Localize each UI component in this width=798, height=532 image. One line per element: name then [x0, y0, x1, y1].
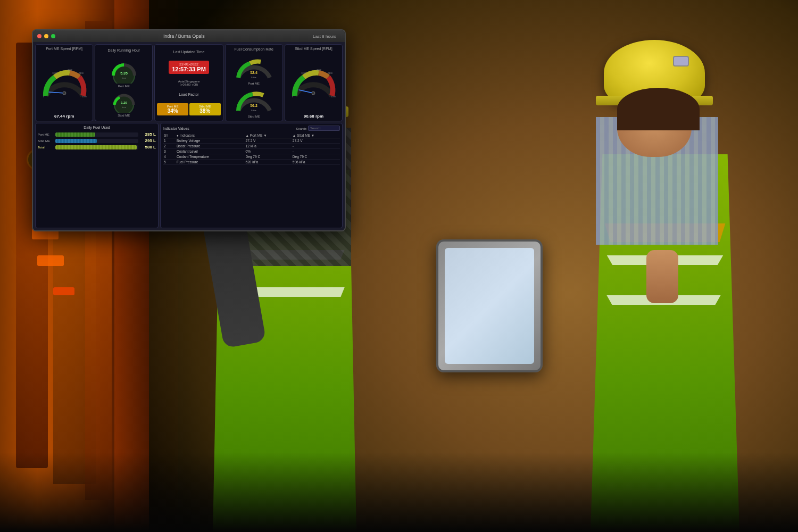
row2-port: 12 kPa	[245, 144, 292, 149]
hair-right	[617, 88, 700, 130]
svg-text:2400: 2400	[79, 72, 84, 74]
minimize-btn[interactable]	[44, 34, 48, 38]
svg-point-1	[63, 92, 66, 95]
total-fuel-row: Total 580 L	[38, 145, 156, 149]
running-hour-gauge: 5.35 hour	[105, 57, 143, 84]
svg-text:2000: 2000	[68, 69, 73, 71]
stbd-me-load-value: 38%	[191, 108, 219, 114]
row4-name: Coolant Temperature	[176, 154, 245, 160]
search-label: Search:	[296, 127, 307, 130]
port-me-fuel-track	[55, 132, 138, 137]
indicator-values-panel: Indicator Values Search: S# ● Indicators…	[160, 123, 343, 228]
col-stbd-me: ▲ Stbd ME ▼	[292, 133, 340, 138]
tablet-held	[436, 239, 543, 372]
fuel-port-label: Port ME	[248, 82, 260, 85]
stbd-me-speed-panel: Stbd ME Speed [RPM] 0 1200 2000	[285, 44, 343, 121]
table-row: 4 Coolant Temperature Deg 79 C Deg 79 C	[163, 154, 340, 160]
orange-btn3	[53, 287, 74, 295]
fuel-consumption-title: Fuel Consumption Rate	[234, 47, 273, 51]
svg-point-18	[312, 92, 315, 95]
fuel-arc-stbd-svg: 56.2 L/Hrs	[234, 87, 274, 113]
table-row: 3 Coolant Level 0% -	[163, 149, 340, 154]
svg-text:2000: 2000	[317, 69, 322, 71]
indicator-table: S# ● Indicators ▲ Port ME ▼ ▲ Stbd ME ▼ …	[163, 133, 340, 165]
indicator-title: Indicator Values	[163, 127, 189, 130]
maximize-btn[interactable]	[51, 34, 55, 38]
stbd-me-gauge-svg: 0 1200 2000 2400 3000	[289, 66, 337, 98]
svg-text:1200: 1200	[52, 72, 57, 74]
svg-text:56.2: 56.2	[250, 104, 257, 107]
row4-num: 4	[163, 154, 176, 160]
svg-text:2400: 2400	[328, 72, 333, 74]
dashboard-content: Port ME Speed [RPM] 0	[33, 42, 345, 230]
stbd-running-gauge: 1.20 hour	[105, 89, 143, 113]
search-container: Search:	[296, 126, 340, 132]
row3-stbd: -	[292, 149, 340, 154]
port-me-fuel-value: 285 L	[140, 132, 156, 137]
svg-text:3000: 3000	[331, 95, 336, 98]
port-me-gauge-container: 0 1200 2000 2400 3000	[38, 52, 90, 113]
hat-lamp	[673, 56, 689, 66]
row3-port: 0%	[245, 149, 292, 154]
row2-stbd: -	[292, 144, 340, 149]
time-subtitle: Asia/Singapore (+08:00 +08)	[178, 80, 200, 86]
svg-text:3000: 3000	[82, 95, 87, 98]
load-factor-title: Load Factor	[179, 93, 198, 96]
stbd-me-speed-title: Stbd ME Speed [RPM]	[295, 47, 332, 51]
fuel-arc-svg: 52.4 L/Hrs	[234, 54, 274, 80]
svg-text:5.35: 5.35	[120, 71, 128, 75]
stbd-me-gauge-container: 0 1200 2000 2400 3000	[287, 52, 340, 113]
port-me-fuel-label: Port ME	[38, 133, 54, 136]
last-updated-title: Last Updated Time	[173, 50, 205, 54]
port-me-speed-title: Port ME Speed [RPM]	[46, 47, 82, 51]
stbd-me-load-box: Stbd ME 38%	[189, 103, 221, 115]
total-fuel-track	[55, 145, 138, 149]
port-me-load-box: Port ME 34%	[157, 103, 188, 115]
svg-line-0	[49, 92, 64, 93]
stbd-me-fuel-track	[55, 139, 138, 143]
stbd-me-fuel-bar	[55, 139, 97, 143]
row1-num: 1	[163, 138, 176, 144]
svg-text:hour: hour	[122, 106, 127, 109]
total-fuel-label: Total	[38, 146, 54, 149]
svg-text:hour: hour	[122, 77, 127, 79]
daily-running-title: Daily Running Hour	[108, 48, 140, 52]
search-input[interactable]	[308, 126, 340, 131]
svg-text:52.4: 52.4	[250, 71, 257, 74]
svg-text:1200: 1200	[301, 72, 306, 74]
time-range-label: Last 8 hours	[313, 34, 336, 39]
bottom-row: Daily Fuel Used Port ME 285 L Stbd ME 29…	[35, 123, 343, 228]
time-value: 12:57:33 PM	[172, 66, 206, 72]
hand-right	[646, 250, 678, 303]
date-display: 22-01-2022	[172, 62, 206, 66]
stbd-me-fuel-row: Stbd ME 295 L	[38, 138, 156, 143]
port-me-load-value: 34%	[159, 108, 187, 114]
port-me-speed-panel: Port ME Speed [RPM] 0	[35, 44, 93, 121]
port-me-speed-value: 67.44 rpm	[54, 114, 74, 119]
indicator-header-row: Indicator Values Search:	[163, 126, 340, 132]
row3-name: Coolant Level	[176, 149, 245, 154]
total-fuel-value: 580 L	[140, 145, 156, 149]
gauge-row: Port ME Speed [RPM] 0	[35, 44, 343, 121]
col-snum: S#	[163, 133, 176, 138]
fuel-stbd-label: Stbd ME	[248, 115, 260, 118]
row4-port: Deg 79 C	[245, 154, 292, 160]
total-fuel-bar	[55, 145, 137, 149]
orange-btn2	[37, 255, 64, 266]
row4-stbd: Deg 79 C	[292, 154, 340, 160]
table-row: 1 Battery Voltage 27.2 V 27.2 V	[163, 138, 340, 144]
svg-text:L/Hrs: L/Hrs	[251, 76, 256, 79]
row1-name: Battery Voltage	[176, 138, 245, 144]
col-indicators: ● Indicators	[176, 133, 245, 138]
port-me-fuel-row: Port ME 285 L	[38, 132, 156, 137]
row5-port: 520 kPa	[245, 160, 292, 165]
table-row: 5 Fuel Pressure 520 kPa 596 kPa	[163, 160, 340, 165]
row5-num: 5	[163, 160, 176, 165]
svg-text:1.20: 1.20	[121, 101, 127, 104]
close-btn[interactable]	[37, 34, 41, 38]
last-updated-panel: Last Updated Time 22-01-2022 12:57:33 PM…	[154, 44, 223, 121]
port-me-running-label: Port ME	[118, 85, 130, 88]
fuel-consumption-panel: Fuel Consumption Rate 52.4 L/Hrs Port ME…	[225, 44, 283, 121]
tablet-screen	[445, 248, 534, 364]
row2-num: 2	[163, 144, 176, 149]
